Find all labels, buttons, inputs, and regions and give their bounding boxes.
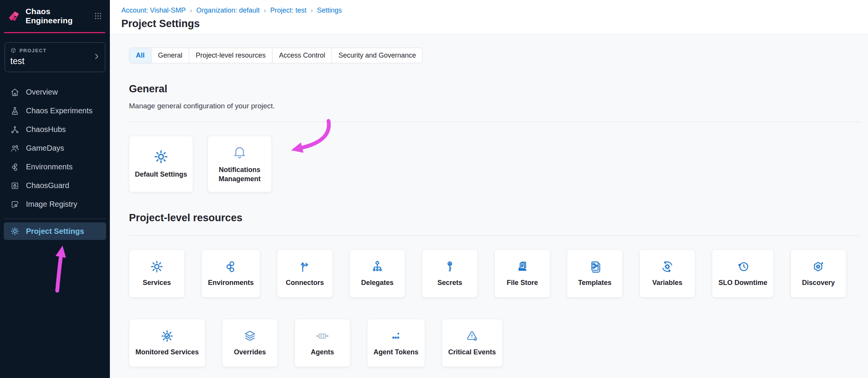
section-divider: [129, 122, 860, 122]
resource-cards: Services Environments Connectors Delegat…: [129, 249, 854, 367]
file-store-documents-icon: [515, 260, 529, 273]
main-area: Account: Vishal-SMP › Organization: defa…: [110, 0, 868, 378]
card-label: Overrides: [234, 348, 266, 357]
overrides-layers-icon: [243, 329, 257, 343]
card-notifications-management[interactable]: Notifications Management: [208, 136, 272, 192]
general-section-description: Manage general configuration of your pro…: [129, 102, 860, 110]
sidebar: Chaos Engineering PROJECT test Overview …: [0, 0, 110, 378]
resource-card-environments[interactable]: Environments: [201, 249, 260, 298]
sidebar-item-chaoshubs[interactable]: ChaosHubs: [0, 120, 110, 139]
card-label: Environments: [208, 278, 254, 287]
services-gear-icon: [150, 260, 164, 273]
chevron-right-icon[interactable]: [93, 53, 100, 62]
resource-card-delegates[interactable]: Delegates: [349, 249, 405, 298]
annotation-arrow-up: [47, 243, 73, 294]
breadcrumb-separator: ›: [311, 7, 313, 14]
project-label: PROJECT: [19, 48, 47, 53]
annotation-arrow-curved: [283, 119, 337, 161]
card-label: Default Settings: [131, 170, 191, 179]
project-selector[interactable]: PROJECT test: [5, 42, 105, 72]
brand-accent-bar: [4, 32, 105, 33]
resource-card-services[interactable]: Services: [129, 249, 185, 298]
tab-project-level-resources[interactable]: Project-level resources: [189, 48, 272, 63]
bell-icon: [232, 145, 247, 160]
sidebar-item-overview[interactable]: Overview: [0, 83, 110, 101]
project-selector-header: PROJECT: [10, 47, 100, 53]
section-divider: [129, 235, 860, 236]
card-label: Templates: [578, 278, 612, 287]
sidebar-item-gamedays[interactable]: GameDays: [0, 139, 110, 158]
sidebar-item-label: Environments: [26, 162, 72, 171]
brand-header: Chaos Engineering: [0, 0, 110, 31]
page-header: Account: Vishal-SMP › Organization: defa…: [110, 0, 868, 35]
sidebar-item-label: Project Settings: [26, 227, 84, 236]
resource-card-critical-events[interactable]: Critical Events: [442, 319, 502, 367]
resource-card-variables[interactable]: Variables: [639, 249, 695, 298]
hexagons-icon: [10, 162, 19, 172]
card-default-settings[interactable]: Default Settings: [129, 136, 193, 192]
resource-card-monitored-services[interactable]: Monitored Services: [129, 319, 205, 367]
people-icon: [10, 144, 19, 153]
breadcrumb-separator: ›: [190, 7, 192, 14]
delegates-hierarchy-icon: [370, 260, 384, 273]
breadcrumb-organization[interactable]: Organization: default: [196, 6, 259, 14]
home-icon: [10, 88, 19, 97]
sidebar-item-label: ChaosHubs: [26, 125, 66, 134]
monitored-services-gear-check-icon: [160, 329, 174, 343]
resource-card-file-store[interactable]: File Store: [494, 249, 550, 298]
tab-access-control[interactable]: Access Control: [272, 48, 332, 63]
resources-section-heading: Project-level resources: [129, 212, 860, 224]
breadcrumb-account[interactable]: Account: Vishal-SMP: [121, 6, 186, 14]
card-label: Notifications Management: [208, 166, 271, 183]
resource-card-discovery[interactable]: Discovery: [791, 249, 846, 298]
slo-downtime-clock-icon: [736, 260, 750, 273]
sidebar-item-chaos-experiments[interactable]: Chaos Experiments: [0, 101, 110, 120]
tab-security-and-governance[interactable]: Security and Governance: [332, 48, 422, 63]
card-label: Critical Events: [448, 348, 496, 357]
resource-card-templates[interactable]: Templates: [567, 249, 623, 298]
harness-chaos-logo-icon: [8, 10, 21, 23]
filter-tabs: All General Project-level resources Acce…: [129, 48, 423, 63]
module-grid-icon[interactable]: [94, 12, 102, 20]
card-label: Agent Tokens: [374, 348, 419, 357]
sidebar-item-label: Overview: [26, 88, 58, 97]
resource-card-connectors[interactable]: Connectors: [277, 249, 333, 298]
agent-tokens-dots-icon: [389, 329, 403, 343]
card-label: Discovery: [802, 278, 835, 287]
resource-card-slo-downtime[interactable]: SLO Downtime: [712, 249, 774, 298]
hub-network-icon: [10, 125, 19, 134]
tab-all[interactable]: All: [129, 48, 151, 63]
card-label: Delegates: [361, 278, 394, 287]
critical-events-warning-icon: [465, 329, 479, 343]
flask-icon: [10, 106, 19, 116]
page-title: Project Settings: [121, 18, 868, 30]
sidebar-item-environments[interactable]: Environments: [0, 158, 110, 176]
sidebar-item-image-registry[interactable]: Image Registry: [0, 195, 110, 214]
general-section-heading: General: [129, 83, 860, 95]
sidebar-nav: Overview Chaos Experiments ChaosHubs Gam…: [0, 83, 110, 214]
templates-stack-icon: [588, 260, 602, 273]
resource-card-overrides[interactable]: Overrides: [222, 319, 278, 367]
tab-general[interactable]: General: [151, 48, 189, 63]
resource-card-agents[interactable]: Agents: [295, 319, 350, 367]
general-cards: Default Settings Notifications Managemen…: [129, 136, 860, 192]
card-label: Agents: [311, 348, 334, 357]
cube-icon: [10, 47, 16, 53]
card-label: File Store: [507, 278, 538, 287]
project-name: test: [10, 56, 100, 66]
gear-icon: [153, 149, 169, 164]
card-label: Connectors: [286, 278, 324, 287]
sidebar-item-project-settings[interactable]: Project Settings: [4, 222, 106, 240]
variables-gear-sync-icon: [660, 260, 674, 273]
sidebar-divider: [5, 219, 105, 219]
breadcrumb-project[interactable]: Project: test: [270, 6, 306, 14]
sidebar-item-label: ChaosGuard: [26, 181, 69, 190]
content: All General Project-level resources Acce…: [110, 35, 868, 378]
card-label: Services: [143, 278, 171, 287]
agents-code-icon: [316, 329, 329, 343]
resource-card-secrets[interactable]: Secrets: [422, 249, 478, 298]
breadcrumb-settings[interactable]: Settings: [317, 6, 342, 14]
card-label: Secrets: [438, 278, 462, 287]
resource-card-agent-tokens[interactable]: Agent Tokens: [367, 319, 425, 367]
sidebar-item-chaosguard[interactable]: ChaosGuard: [0, 176, 110, 195]
